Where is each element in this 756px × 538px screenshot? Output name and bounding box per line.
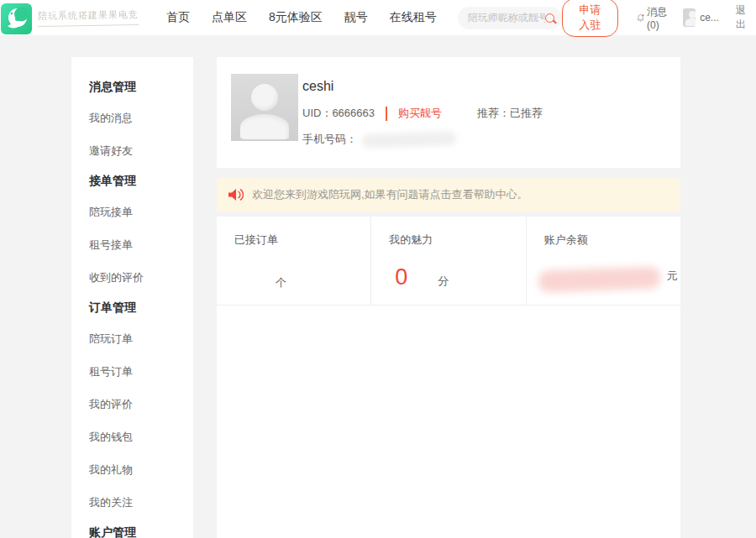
stat-card-accepted-orders: 已接订单 个	[217, 217, 371, 305]
sidebar-item-rental-take-orders[interactable]: 租号接单	[89, 233, 193, 257]
profile-card: ceshi UID：6666663 购买靓号 推荐：已推荐 手机号码：	[217, 57, 680, 168]
stats-row: 已接订单 个 我的魅力 0 分 账户余额 元	[217, 217, 680, 306]
sidebar-item-my-reviews[interactable]: 我的评价	[89, 393, 193, 416]
sidebar-section-message-mgmt: 消息管理	[89, 80, 193, 95]
main-content-panel: 已接订单 个 我的魅力 0 分 账户余额 元	[217, 217, 680, 538]
profile-name: ceshi	[302, 79, 543, 94]
sidebar-item-my-follows[interactable]: 我的关注	[89, 491, 193, 514]
nav-item-nice-number[interactable]: 靓号	[344, 10, 368, 25]
stat-card-my-charm: 我的魅力 0 分	[371, 217, 526, 305]
profile-phone-label: 手机号码：	[302, 132, 357, 147]
messages-entry[interactable]: 消息(0)	[637, 5, 669, 31]
stat-unit: 元	[667, 269, 678, 284]
welcome-notice-banner: 欢迎您来到游戏陪玩网,如果有问题请点击查看帮助中心。	[217, 178, 680, 212]
sidebar-section-account-mgmt: 账户管理	[89, 525, 193, 538]
apply-settle-button[interactable]: 申请入驻	[562, 0, 618, 37]
bell-icon	[637, 12, 644, 24]
profile-phone-redacted-value	[362, 131, 457, 149]
search-input[interactable]	[468, 12, 545, 24]
stat-label: 已接订单	[234, 232, 278, 248]
sidebar-item-my-gifts[interactable]: 我的礼物	[89, 458, 193, 482]
welcome-notice-text: 欢迎您来到游戏陪玩网,如果有问题请点击查看帮助中心。	[252, 187, 528, 202]
sidebar-item-my-messages[interactable]: 我的消息	[89, 107, 193, 130]
nav-item-rent-account[interactable]: 在线租号	[390, 10, 437, 25]
dolphin-logo-icon	[1, 3, 32, 34]
profile-recommend-status: 推荐：已推荐	[477, 106, 543, 121]
logo-watermark-text: 陪玩系统搭建果果电竞	[38, 8, 139, 27]
stat-value: 0	[395, 264, 407, 290]
stat-unit: 分	[438, 274, 449, 289]
sidebar: 消息管理 我的消息 邀请好友 接单管理 陪玩接单 租号接单 收到的评价 订单管理…	[71, 57, 193, 538]
profile-info: ceshi UID：6666663 购买靓号 推荐：已推荐 手机号码：	[302, 79, 543, 147]
sidebar-item-companion-orders[interactable]: 陪玩订单	[89, 327, 193, 351]
nav-item-home[interactable]: 首页	[166, 10, 190, 25]
stat-unit: 个	[276, 275, 286, 290]
search-box	[458, 7, 562, 29]
username-label: ce...	[700, 12, 719, 24]
header-right-cluster: 申请入驻 消息(0) ce... 退出	[562, 0, 749, 37]
stat-label: 我的魅力	[389, 232, 433, 248]
orange-divider	[386, 107, 387, 121]
main-nav: 首页 点单区 8元体验区 靓号 在线租号	[155, 10, 448, 25]
nav-item-trial-zone[interactable]: 8元体验区	[269, 10, 323, 25]
balance-redacted-value	[538, 266, 660, 292]
user-avatar[interactable]	[683, 8, 696, 27]
sidebar-item-received-reviews[interactable]: 收到的评价	[89, 266, 193, 290]
logout-link[interactable]: 退出	[736, 3, 749, 32]
profile-avatar	[231, 74, 298, 141]
sidebar-item-companion-take-orders[interactable]: 陪玩接单	[89, 201, 193, 224]
stat-label: 账户余额	[544, 232, 588, 248]
stat-card-account-balance: 账户余额 元	[527, 217, 680, 305]
nav-item-order-zone[interactable]: 点单区	[212, 10, 247, 25]
sidebar-section-order-mgmt: 订单管理	[89, 300, 193, 316]
sidebar-section-take-order-mgmt: 接单管理	[89, 174, 193, 189]
sidebar-item-rental-orders[interactable]: 租号订单	[89, 360, 193, 384]
buy-nice-number-link[interactable]: 购买靓号	[398, 106, 442, 121]
sidebar-item-invite-friends[interactable]: 邀请好友	[89, 139, 193, 163]
profile-uid: UID：6666663	[302, 106, 375, 121]
search-icon[interactable]	[545, 13, 554, 23]
announcement-speaker-icon	[228, 187, 244, 202]
top-header: 陪玩系统搭建果果电竞 首页 点单区 8元体验区 靓号 在线租号 申请入驻 消息(…	[0, 0, 756, 35]
sidebar-item-my-wallet[interactable]: 我的钱包	[89, 426, 193, 449]
messages-count-label: 消息(0)	[647, 5, 668, 31]
site-logo[interactable]	[1, 3, 32, 34]
